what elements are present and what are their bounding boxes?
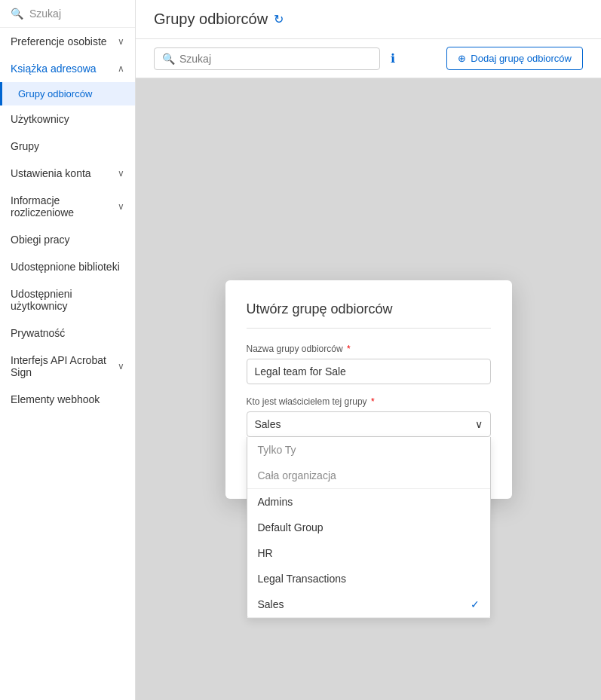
sidebar-item-grupy[interactable]: Grupy xyxy=(0,133,135,160)
dropdown-section-special: Tylko Ty Cała organizacja xyxy=(247,437,490,489)
required-indicator: * xyxy=(345,344,351,354)
sidebar-item-label: Obiegi pracy xyxy=(11,234,70,246)
add-group-button-label: Dodaj grupę odbiorców xyxy=(471,53,572,64)
chevron-down-icon: ∨ xyxy=(118,201,124,212)
sidebar-item-uzytkownicy[interactable]: Użytkownicy xyxy=(0,105,135,133)
sidebar-item-label: Elementy webhook xyxy=(11,393,100,405)
main-header: Grupy odbiorców ↻ xyxy=(136,0,601,39)
sidebar-item-label: Prywatność xyxy=(11,327,65,339)
sidebar-item-prywatnosc[interactable]: Prywatność xyxy=(0,319,135,347)
sidebar-item-label: Grupy xyxy=(11,140,39,152)
sidebar-item-label: Informacje rozliczeniowe xyxy=(11,194,118,219)
sidebar-item-interfejs-api[interactable]: Interfejs API Acrobat Sign ∨ xyxy=(0,347,135,386)
sidebar-item-informacje-rozliczeniowe[interactable]: Informacje rozliczeniowe ∨ xyxy=(0,187,135,226)
sidebar-search-label: Szukaj xyxy=(29,8,61,20)
dropdown-option-admins[interactable]: Admins xyxy=(247,489,490,515)
page-title: Grupy odbiorców xyxy=(154,11,268,28)
owner-label: Kto jest właścicielem tej grupy * xyxy=(247,396,491,407)
chevron-down-icon: ∨ xyxy=(475,418,483,430)
chevron-down-icon: ∨ xyxy=(118,361,124,371)
empty-state: Nie ma jeszcze grup odbiorców Dodaj grup… xyxy=(136,78,601,700)
create-group-modal: Utwórz grupę odbiorców Nazwa grupy odbio… xyxy=(225,280,512,499)
add-group-button[interactable]: ⊕ Dodaj grupę odbiorców xyxy=(446,47,583,70)
sidebar-item-label: Udostępnione biblioteki xyxy=(11,261,120,273)
sidebar-item-ustawienia-konta[interactable]: Ustawienia konta ∨ xyxy=(0,160,135,187)
required-indicator-2: * xyxy=(369,396,375,407)
sidebar-item-grupy-odbiorcow[interactable]: Grupy odbiorców xyxy=(0,82,135,105)
sidebar-item-label: Interfejs API Acrobat Sign xyxy=(11,354,118,378)
selected-option-label: Sales xyxy=(255,418,281,430)
search-icon: 🔍 xyxy=(162,53,175,65)
sidebar-sub-item-label: Grupy odbiorców xyxy=(18,88,92,99)
dropdown-option-hr[interactable]: HR xyxy=(247,540,490,566)
sidebar-item-label: Udostępnieni użytkownicy xyxy=(11,288,124,312)
checkmark-icon: ✓ xyxy=(471,598,480,610)
info-icon[interactable]: ℹ xyxy=(391,51,395,66)
chevron-down-icon: ∨ xyxy=(118,36,124,47)
sidebar-item-label: Ustawienia konta xyxy=(11,167,91,179)
dropdown-option-default-group[interactable]: Default Group xyxy=(247,515,490,540)
group-name-input[interactable] xyxy=(247,359,491,384)
sidebar-search[interactable]: 🔍 Szukaj xyxy=(0,0,135,28)
chevron-up-icon: ∧ xyxy=(118,63,124,74)
refresh-icon[interactable]: ↻ xyxy=(274,12,284,26)
sidebar-item-label: Książka adresowa xyxy=(11,63,97,75)
dropdown-section-groups: Admins Default Group HR Legal Transactio… xyxy=(247,489,490,618)
toolbar: 🔍 ℹ ⊕ Dodaj grupę odbiorców xyxy=(136,39,601,78)
sidebar-item-obiegi-pracy[interactable]: Obiegi pracy xyxy=(0,226,135,253)
plus-icon: ⊕ xyxy=(458,53,466,64)
search-input[interactable] xyxy=(179,53,372,65)
dropdown-option-cala-organizacja[interactable]: Cała organizacja xyxy=(247,463,490,488)
dropdown-option-legal-transactions[interactable]: Legal Transactions xyxy=(247,566,490,591)
sidebar-item-label: Użytkownicy xyxy=(11,113,69,125)
main-content: Grupy odbiorców ↻ 🔍 ℹ ⊕ Dodaj grupę odbi… xyxy=(136,0,601,700)
sidebar-item-udostepnione-biblioteki[interactable]: Udostępnione biblioteki xyxy=(0,253,135,280)
group-name-label: Nazwa grupy odbiorców * xyxy=(247,344,491,354)
sidebar-item-elementy-webhook[interactable]: Elementy webhook xyxy=(0,386,135,413)
sidebar-item-udostepnieni-uzytkownicy[interactable]: Udostępnieni użytkownicy xyxy=(0,280,135,319)
dropdown-option-tylko-ty[interactable]: Tylko Ty xyxy=(247,437,490,463)
search-bar[interactable]: 🔍 xyxy=(154,47,380,70)
sidebar-item-ksiazka-adresowa[interactable]: Książka adresowa ∧ xyxy=(0,55,135,82)
sidebar-item-preferencje-osobiste[interactable]: Preferencje osobiste ∨ xyxy=(0,28,135,55)
search-icon: 🔍 xyxy=(11,8,23,20)
modal-overlay: Utwórz grupę odbiorców Nazwa grupy odbio… xyxy=(136,78,601,700)
dropdown-selected-value[interactable]: Sales ∨ xyxy=(247,411,491,437)
dropdown-list: Tylko Ty Cała organizacja Admins xyxy=(247,437,491,619)
modal-title: Utwórz grupę odbiorców xyxy=(247,301,491,329)
owner-dropdown[interactable]: Sales ∨ Tylko Ty Cała organizacja xyxy=(247,411,491,437)
dropdown-option-sales[interactable]: Sales ✓ xyxy=(247,591,490,617)
sidebar: 🔍 Szukaj Preferencje osobiste ∨ Książka … xyxy=(0,0,136,700)
sidebar-item-label: Preferencje osobiste xyxy=(11,35,107,47)
chevron-down-icon: ∨ xyxy=(118,168,124,179)
